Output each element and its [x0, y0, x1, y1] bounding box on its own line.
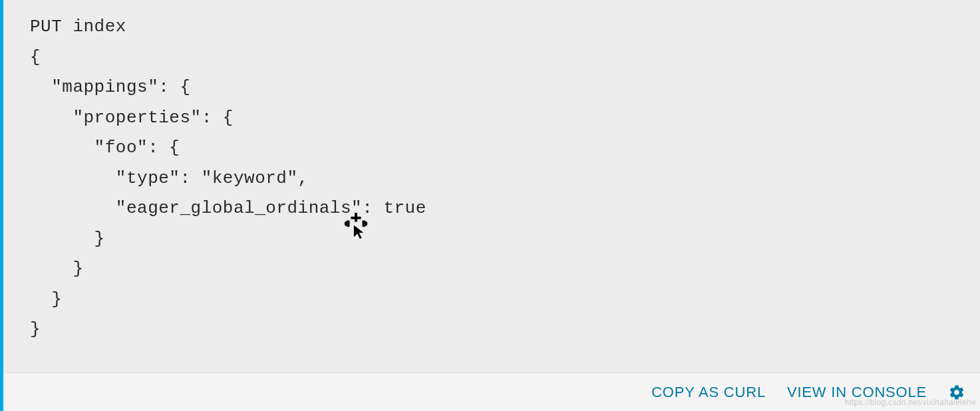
code-snippet-block: PUT index { "mappings": { "properties": … — [0, 0, 980, 411]
code-line: "foo": { — [30, 138, 180, 158]
code-line: } — [30, 259, 84, 279]
code-line: } — [30, 289, 62, 309]
code-line: "properties": { — [30, 108, 234, 128]
copy-as-curl-button[interactable]: COPY AS CURL — [651, 384, 766, 401]
code-line: "type": "keyword", — [30, 168, 309, 188]
code-line: "mappings": { — [30, 77, 191, 97]
code-line: } — [30, 319, 41, 339]
watermark-text: https://blog.csdn.net/xixihahalelehe — [844, 398, 976, 407]
code-line: } — [30, 229, 105, 249]
code-content[interactable]: PUT index { "mappings": { "properties": … — [3, 0, 980, 372]
code-line: { — [30, 47, 41, 67]
action-bar: COPY AS CURL VIEW IN CONSOLE — [3, 372, 980, 411]
code-line: PUT index — [30, 17, 126, 37]
code-line: "eager_global_ordinals": true — [30, 198, 426, 218]
